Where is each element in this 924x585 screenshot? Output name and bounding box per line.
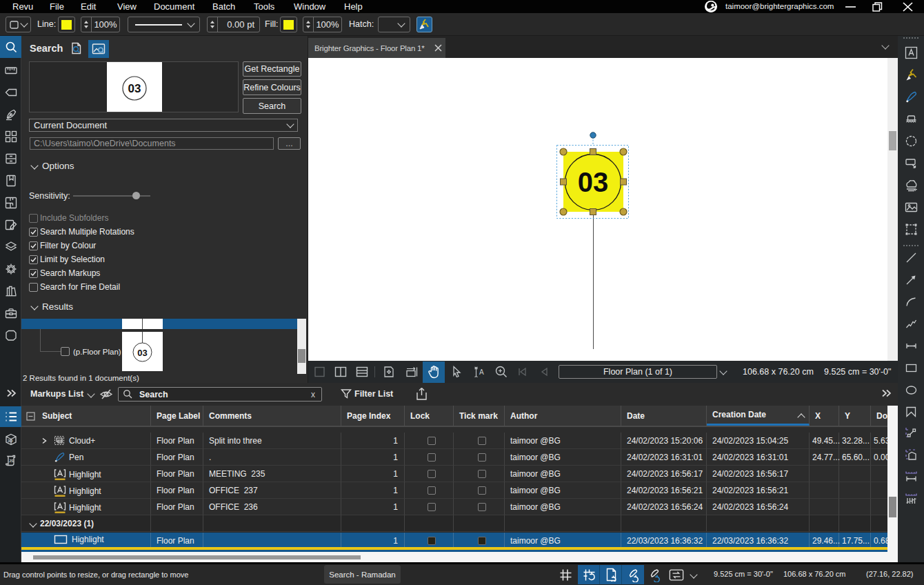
svg-text:JS: JS: [9, 459, 14, 463]
svg-text:A: A: [479, 368, 484, 376]
svg-text:03: 03: [137, 348, 147, 358]
svg-text:03: 03: [128, 82, 141, 95]
svg-text:3D: 3D: [8, 439, 13, 443]
